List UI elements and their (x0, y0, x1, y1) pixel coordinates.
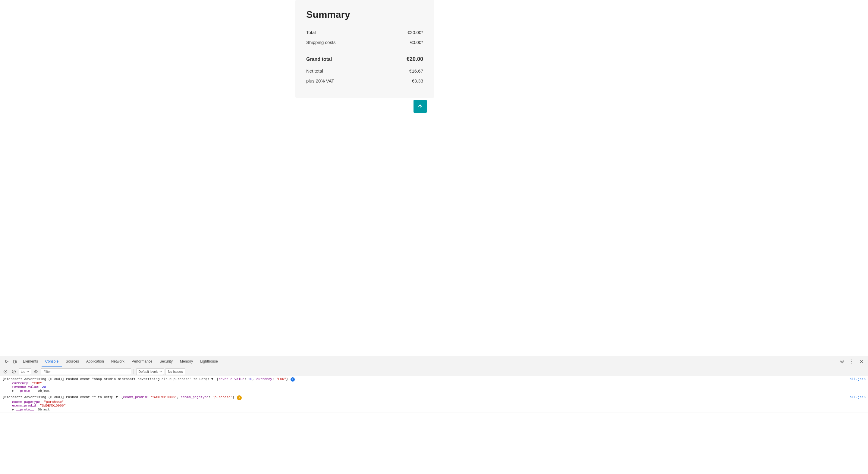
grand-total-label: Grand total (306, 57, 332, 62)
summary-row-shipping: Shipping costs €0.00* (306, 37, 423, 47)
net-total-label: Net total (306, 68, 323, 73)
summary-row-net: Net total €16.67 (306, 66, 423, 76)
summary-card: Summary Total €20.00* Shipping costs €0.… (296, 0, 434, 98)
vat-label: plus 20% VAT (306, 78, 334, 83)
summary-title: Summary (306, 9, 423, 20)
arrow-up-icon (417, 103, 423, 109)
summary-row-total: Total €20.00* (306, 27, 423, 37)
vat-amount: €3.33 (412, 78, 423, 83)
summary-row-vat: plus 20% VAT €3.33 (306, 76, 423, 86)
summary-row-grand-total: Grand total €20.00 (306, 53, 423, 66)
grand-total-amount: €20.00 (407, 56, 423, 62)
scroll-top-button[interactable] (413, 100, 427, 113)
net-total-amount: €16.67 (409, 68, 423, 73)
total-amount: €20.00* (407, 30, 423, 35)
shipping-label: Shipping costs (306, 40, 336, 45)
shipping-amount: €0.00* (410, 40, 423, 45)
total-label: Total (306, 30, 316, 35)
